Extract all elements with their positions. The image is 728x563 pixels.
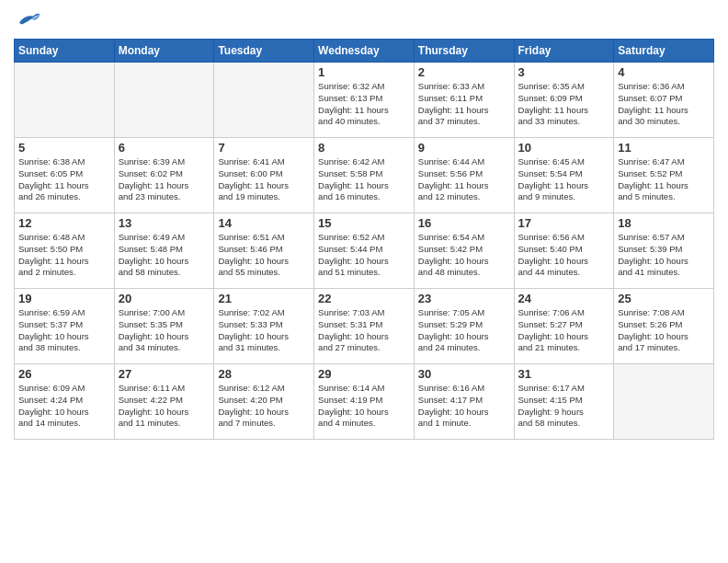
calendar-week-3: 12Sunrise: 6:48 AM Sunset: 5:50 PM Dayli…: [15, 213, 714, 289]
day-info: Sunrise: 6:56 AM Sunset: 5:40 PM Dayligh…: [518, 232, 610, 279]
calendar-cell: 30Sunrise: 6:16 AM Sunset: 4:17 PM Dayli…: [414, 364, 514, 440]
day-number: 29: [318, 367, 410, 381]
day-info: Sunrise: 7:02 AM Sunset: 5:33 PM Dayligh…: [218, 307, 310, 354]
day-info: Sunrise: 7:06 AM Sunset: 5:27 PM Dayligh…: [518, 307, 610, 354]
day-info: Sunrise: 7:05 AM Sunset: 5:29 PM Dayligh…: [418, 307, 510, 354]
day-number: 7: [218, 141, 310, 155]
day-number: 22: [318, 292, 410, 305]
day-number: 20: [119, 292, 210, 305]
day-number: 6: [119, 141, 210, 155]
day-number: 11: [618, 141, 710, 155]
weekday-header-friday: Friday: [514, 40, 614, 63]
day-number: 19: [18, 292, 110, 305]
day-number: 26: [18, 367, 110, 381]
day-number: 31: [518, 367, 610, 381]
calendar-cell: 10Sunrise: 6:45 AM Sunset: 5:54 PM Dayli…: [514, 138, 614, 213]
day-info: Sunrise: 6:17 AM Sunset: 4:15 PM Dayligh…: [518, 383, 610, 430]
weekday-header-monday: Monday: [114, 40, 214, 63]
day-info: Sunrise: 6:09 AM Sunset: 4:24 PM Dayligh…: [18, 383, 110, 430]
day-number: 2: [418, 65, 510, 79]
day-number: 17: [518, 216, 610, 230]
day-number: 21: [218, 292, 310, 305]
day-info: Sunrise: 7:00 AM Sunset: 5:35 PM Dayligh…: [119, 307, 210, 354]
day-info: Sunrise: 6:16 AM Sunset: 4:17 PM Dayligh…: [418, 383, 510, 430]
calendar-cell: 23Sunrise: 7:05 AM Sunset: 5:29 PM Dayli…: [414, 289, 514, 364]
day-number: 1: [318, 65, 410, 79]
day-number: 24: [518, 292, 610, 305]
calendar-cell: 25Sunrise: 7:08 AM Sunset: 5:26 PM Dayli…: [614, 289, 714, 364]
calendar-cell: 20Sunrise: 7:00 AM Sunset: 5:35 PM Dayli…: [114, 289, 214, 364]
day-info: Sunrise: 6:44 AM Sunset: 5:56 PM Dayligh…: [418, 156, 510, 203]
calendar-cell: [114, 63, 214, 138]
calendar-cell: [214, 63, 314, 138]
day-number: 10: [518, 141, 610, 155]
calendar-week-1: 1Sunrise: 6:32 AM Sunset: 6:13 PM Daylig…: [15, 63, 714, 138]
calendar-cell: [614, 364, 714, 440]
day-number: 27: [119, 367, 210, 381]
weekday-header-thursday: Thursday: [414, 40, 514, 63]
header: [14, 9, 714, 31]
calendar-cell: 3Sunrise: 6:35 AM Sunset: 6:09 PM Daylig…: [514, 63, 614, 138]
calendar-cell: 2Sunrise: 6:33 AM Sunset: 6:11 PM Daylig…: [414, 63, 514, 138]
calendar-cell: 16Sunrise: 6:54 AM Sunset: 5:42 PM Dayli…: [414, 213, 514, 289]
day-info: Sunrise: 6:38 AM Sunset: 6:05 PM Dayligh…: [18, 156, 110, 203]
weekday-header-wednesday: Wednesday: [314, 40, 415, 63]
logo-bird-icon: [14, 9, 41, 31]
weekday-header-row: SundayMondayTuesdayWednesdayThursdayFrid…: [15, 40, 714, 63]
day-number: 5: [18, 141, 110, 155]
day-info: Sunrise: 6:39 AM Sunset: 6:02 PM Dayligh…: [119, 156, 210, 203]
day-info: Sunrise: 6:49 AM Sunset: 5:48 PM Dayligh…: [119, 232, 210, 279]
day-number: 28: [218, 367, 310, 381]
calendar-cell: 8Sunrise: 6:42 AM Sunset: 5:58 PM Daylig…: [314, 138, 415, 213]
calendar-cell: 4Sunrise: 6:36 AM Sunset: 6:07 PM Daylig…: [614, 63, 714, 138]
day-number: 14: [218, 216, 310, 230]
day-info: Sunrise: 6:42 AM Sunset: 5:58 PM Dayligh…: [318, 156, 410, 203]
calendar-cell: 24Sunrise: 7:06 AM Sunset: 5:27 PM Dayli…: [514, 289, 614, 364]
weekday-header-tuesday: Tuesday: [214, 40, 314, 63]
day-number: 3: [518, 65, 610, 79]
day-info: Sunrise: 6:47 AM Sunset: 5:52 PM Dayligh…: [618, 156, 710, 203]
calendar-week-2: 5Sunrise: 6:38 AM Sunset: 6:05 PM Daylig…: [15, 138, 714, 213]
day-number: 8: [318, 141, 410, 155]
day-info: Sunrise: 6:35 AM Sunset: 6:09 PM Dayligh…: [518, 81, 610, 128]
day-info: Sunrise: 6:45 AM Sunset: 5:54 PM Dayligh…: [518, 156, 610, 203]
calendar-cell: 26Sunrise: 6:09 AM Sunset: 4:24 PM Dayli…: [15, 364, 115, 440]
calendar-cell: 21Sunrise: 7:02 AM Sunset: 5:33 PM Dayli…: [214, 289, 314, 364]
calendar-week-4: 19Sunrise: 6:59 AM Sunset: 5:37 PM Dayli…: [15, 289, 714, 364]
day-info: Sunrise: 6:59 AM Sunset: 5:37 PM Dayligh…: [18, 307, 110, 354]
day-info: Sunrise: 6:54 AM Sunset: 5:42 PM Dayligh…: [418, 232, 510, 279]
day-info: Sunrise: 6:36 AM Sunset: 6:07 PM Dayligh…: [618, 81, 710, 128]
calendar-cell: 18Sunrise: 6:57 AM Sunset: 5:39 PM Dayli…: [614, 213, 714, 289]
calendar-cell: 13Sunrise: 6:49 AM Sunset: 5:48 PM Dayli…: [114, 213, 214, 289]
day-info: Sunrise: 6:52 AM Sunset: 5:44 PM Dayligh…: [318, 232, 410, 279]
day-info: Sunrise: 6:41 AM Sunset: 6:00 PM Dayligh…: [218, 156, 310, 203]
day-number: 16: [418, 216, 510, 230]
calendar-cell: 19Sunrise: 6:59 AM Sunset: 5:37 PM Dayli…: [15, 289, 115, 364]
day-number: 4: [618, 65, 710, 79]
logo: [14, 9, 45, 31]
weekday-header-saturday: Saturday: [614, 40, 714, 63]
calendar-cell: 6Sunrise: 6:39 AM Sunset: 6:02 PM Daylig…: [114, 138, 214, 213]
weekday-header-sunday: Sunday: [15, 40, 115, 63]
calendar-cell: 17Sunrise: 6:56 AM Sunset: 5:40 PM Dayli…: [514, 213, 614, 289]
day-info: Sunrise: 6:57 AM Sunset: 5:39 PM Dayligh…: [618, 232, 710, 279]
calendar-cell: 9Sunrise: 6:44 AM Sunset: 5:56 PM Daylig…: [414, 138, 514, 213]
day-info: Sunrise: 6:33 AM Sunset: 6:11 PM Dayligh…: [418, 81, 510, 128]
calendar-cell: 31Sunrise: 6:17 AM Sunset: 4:15 PM Dayli…: [514, 364, 614, 440]
calendar-cell: 15Sunrise: 6:52 AM Sunset: 5:44 PM Dayli…: [314, 213, 415, 289]
day-info: Sunrise: 7:03 AM Sunset: 5:31 PM Dayligh…: [318, 307, 410, 354]
day-info: Sunrise: 6:11 AM Sunset: 4:22 PM Dayligh…: [119, 383, 210, 430]
day-number: 13: [119, 216, 210, 230]
day-number: 9: [418, 141, 510, 155]
day-info: Sunrise: 6:51 AM Sunset: 5:46 PM Dayligh…: [218, 232, 310, 279]
day-number: 25: [618, 292, 710, 305]
day-number: 12: [18, 216, 110, 230]
day-number: 15: [318, 216, 410, 230]
day-info: Sunrise: 6:32 AM Sunset: 6:13 PM Dayligh…: [318, 81, 410, 128]
calendar-cell: 7Sunrise: 6:41 AM Sunset: 6:00 PM Daylig…: [214, 138, 314, 213]
calendar-cell: 14Sunrise: 6:51 AM Sunset: 5:46 PM Dayli…: [214, 213, 314, 289]
day-info: Sunrise: 6:12 AM Sunset: 4:20 PM Dayligh…: [218, 383, 310, 430]
calendar-cell: 1Sunrise: 6:32 AM Sunset: 6:13 PM Daylig…: [314, 63, 415, 138]
calendar-cell: 11Sunrise: 6:47 AM Sunset: 5:52 PM Dayli…: [614, 138, 714, 213]
day-info: Sunrise: 6:48 AM Sunset: 5:50 PM Dayligh…: [18, 232, 110, 279]
